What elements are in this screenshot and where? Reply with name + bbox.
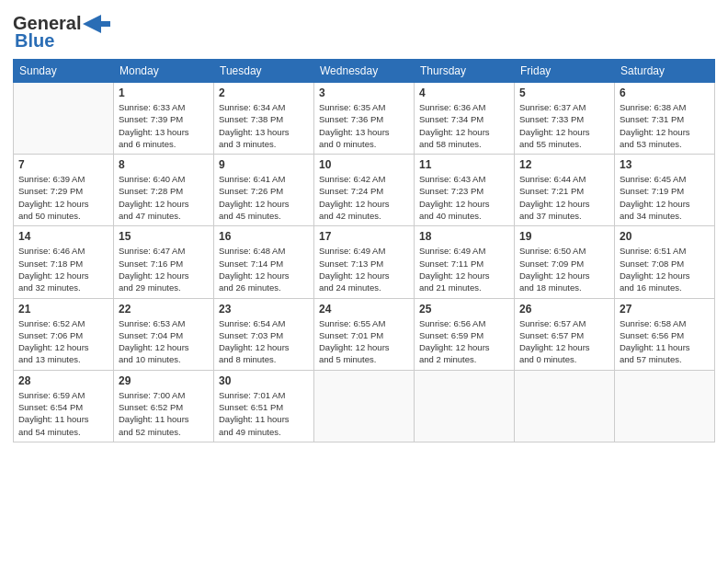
cell-day-number: 26	[519, 303, 609, 316]
calendar-cell: 24Sunrise: 6:55 AMSunset: 7:01 PMDayligh…	[314, 298, 415, 370]
calendar-cell: 13Sunrise: 6:45 AMSunset: 7:19 PMDayligh…	[615, 155, 715, 226]
cell-info: Sunrise: 6:45 AMSunset: 7:19 PMDaylight:…	[620, 173, 710, 222]
cell-day-number: 6	[620, 86, 710, 99]
calendar-cell: 21Sunrise: 6:52 AMSunset: 7:06 PMDayligh…	[14, 298, 114, 370]
calendar-table: SundayMondayTuesdayWednesdayThursdayFrid…	[13, 59, 715, 442]
week-row-3: 14Sunrise: 6:46 AMSunset: 7:18 PMDayligh…	[14, 226, 715, 298]
cell-day-number: 12	[519, 158, 609, 171]
cell-info: Sunrise: 6:54 AMSunset: 7:03 PMDaylight:…	[219, 317, 309, 366]
cell-info: Sunrise: 6:49 AMSunset: 7:11 PMDaylight:…	[419, 245, 509, 293]
page: General Blue SundayMondayTuesdayWednesda…	[0, 0, 728, 563]
cell-day-number: 8	[119, 158, 209, 171]
week-row-1: 1Sunrise: 6:33 AMSunset: 7:39 PMDaylight…	[14, 83, 715, 155]
cell-info: Sunrise: 6:34 AMSunset: 7:38 PMDaylight:…	[219, 101, 309, 150]
week-row-4: 21Sunrise: 6:52 AMSunset: 7:06 PMDayligh…	[14, 298, 715, 370]
calendar-cell	[314, 370, 415, 442]
calendar-cell: 2Sunrise: 6:34 AMSunset: 7:38 PMDaylight…	[214, 83, 314, 155]
day-header-wednesday: Wednesday	[314, 60, 415, 83]
cell-day-number: 5	[519, 86, 609, 99]
cell-info: Sunrise: 6:36 AMSunset: 7:34 PMDaylight:…	[419, 101, 509, 150]
day-header-monday: Monday	[114, 60, 214, 83]
week-row-2: 7Sunrise: 6:39 AMSunset: 7:29 PMDaylight…	[14, 155, 715, 226]
day-header-thursday: Thursday	[415, 60, 515, 83]
cell-info: Sunrise: 6:41 AMSunset: 7:26 PMDaylight:…	[219, 173, 309, 222]
calendar-cell: 16Sunrise: 6:48 AMSunset: 7:14 PMDayligh…	[214, 226, 314, 298]
calendar-cell: 23Sunrise: 6:54 AMSunset: 7:03 PMDayligh…	[214, 298, 314, 370]
cell-day-number: 19	[519, 230, 609, 243]
cell-info: Sunrise: 6:40 AMSunset: 7:28 PMDaylight:…	[119, 173, 209, 222]
calendar-cell: 22Sunrise: 6:53 AMSunset: 7:04 PMDayligh…	[114, 298, 214, 370]
day-header-sunday: Sunday	[14, 60, 114, 83]
cell-day-number: 28	[18, 374, 108, 387]
calendar-cell: 18Sunrise: 6:49 AMSunset: 7:11 PMDayligh…	[415, 226, 515, 298]
calendar-cell: 27Sunrise: 6:58 AMSunset: 6:56 PMDayligh…	[615, 298, 715, 370]
svg-marker-0	[83, 15, 110, 33]
cell-day-number: 20	[620, 230, 710, 243]
cell-day-number: 27	[620, 303, 710, 316]
cell-day-number: 2	[219, 86, 309, 99]
logo-blue: Blue	[13, 30, 54, 52]
calendar-cell: 29Sunrise: 7:00 AMSunset: 6:52 PMDayligh…	[114, 370, 214, 442]
cell-day-number: 1	[119, 86, 209, 99]
cell-info: Sunrise: 6:52 AMSunset: 7:06 PMDaylight:…	[18, 317, 108, 366]
week-row-5: 28Sunrise: 6:59 AMSunset: 6:54 PMDayligh…	[14, 370, 715, 442]
calendar-cell: 25Sunrise: 6:56 AMSunset: 6:59 PMDayligh…	[415, 298, 515, 370]
calendar-cell: 17Sunrise: 6:49 AMSunset: 7:13 PMDayligh…	[314, 226, 415, 298]
cell-info: Sunrise: 7:01 AMSunset: 6:51 PMDaylight:…	[219, 389, 309, 438]
calendar-cell: 7Sunrise: 6:39 AMSunset: 7:29 PMDaylight…	[14, 155, 114, 226]
calendar-cell	[615, 370, 715, 442]
cell-info: Sunrise: 6:47 AMSunset: 7:16 PMDaylight:…	[119, 245, 209, 293]
cell-day-number: 16	[219, 230, 309, 243]
cell-info: Sunrise: 6:44 AMSunset: 7:21 PMDaylight:…	[519, 173, 609, 222]
calendar-cell	[14, 83, 114, 155]
calendar-header-row: SundayMondayTuesdayWednesdayThursdayFrid…	[14, 60, 715, 83]
day-header-saturday: Saturday	[615, 60, 715, 83]
cell-day-number: 3	[319, 86, 409, 99]
calendar-cell: 10Sunrise: 6:42 AMSunset: 7:24 PMDayligh…	[314, 155, 415, 226]
cell-info: Sunrise: 6:42 AMSunset: 7:24 PMDaylight:…	[319, 173, 409, 222]
cell-info: Sunrise: 6:37 AMSunset: 7:33 PMDaylight:…	[519, 101, 609, 150]
calendar-cell: 14Sunrise: 6:46 AMSunset: 7:18 PMDayligh…	[14, 226, 114, 298]
cell-day-number: 22	[119, 303, 209, 316]
calendar-cell: 30Sunrise: 7:01 AMSunset: 6:51 PMDayligh…	[214, 370, 314, 442]
calendar-cell: 19Sunrise: 6:50 AMSunset: 7:09 PMDayligh…	[515, 226, 615, 298]
logo: General Blue	[13, 9, 110, 52]
calendar-cell: 12Sunrise: 6:44 AMSunset: 7:21 PMDayligh…	[515, 155, 615, 226]
calendar-cell: 20Sunrise: 6:51 AMSunset: 7:08 PMDayligh…	[615, 226, 715, 298]
cell-day-number: 7	[18, 158, 108, 171]
cell-day-number: 21	[18, 303, 108, 316]
calendar-cell: 28Sunrise: 6:59 AMSunset: 6:54 PMDayligh…	[14, 370, 114, 442]
cell-day-number: 9	[219, 158, 309, 171]
cell-day-number: 4	[419, 86, 509, 99]
cell-info: Sunrise: 6:57 AMSunset: 6:57 PMDaylight:…	[519, 317, 609, 366]
calendar-cell: 11Sunrise: 6:43 AMSunset: 7:23 PMDayligh…	[415, 155, 515, 226]
calendar-cell: 9Sunrise: 6:41 AMSunset: 7:26 PMDaylight…	[214, 155, 314, 226]
calendar-cell: 6Sunrise: 6:38 AMSunset: 7:31 PMDaylight…	[615, 83, 715, 155]
cell-info: Sunrise: 6:53 AMSunset: 7:04 PMDaylight:…	[119, 317, 209, 366]
cell-info: Sunrise: 6:49 AMSunset: 7:13 PMDaylight:…	[319, 245, 409, 293]
cell-day-number: 15	[119, 230, 209, 243]
cell-info: Sunrise: 6:46 AMSunset: 7:18 PMDaylight:…	[18, 245, 108, 293]
cell-day-number: 23	[219, 303, 309, 316]
calendar-cell: 26Sunrise: 6:57 AMSunset: 6:57 PMDayligh…	[515, 298, 615, 370]
calendar-cell	[515, 370, 615, 442]
calendar-cell: 4Sunrise: 6:36 AMSunset: 7:34 PMDaylight…	[415, 83, 515, 155]
calendar-cell	[415, 370, 515, 442]
cell-info: Sunrise: 7:00 AMSunset: 6:52 PMDaylight:…	[119, 389, 209, 438]
calendar-cell: 15Sunrise: 6:47 AMSunset: 7:16 PMDayligh…	[114, 226, 214, 298]
cell-day-number: 25	[419, 303, 509, 316]
day-header-tuesday: Tuesday	[214, 60, 314, 83]
cell-info: Sunrise: 6:43 AMSunset: 7:23 PMDaylight:…	[419, 173, 509, 222]
cell-day-number: 14	[18, 230, 108, 243]
cell-info: Sunrise: 6:35 AMSunset: 7:36 PMDaylight:…	[319, 101, 409, 150]
cell-day-number: 17	[319, 230, 409, 243]
cell-info: Sunrise: 6:39 AMSunset: 7:29 PMDaylight:…	[18, 173, 108, 222]
cell-info: Sunrise: 6:59 AMSunset: 6:54 PMDaylight:…	[18, 389, 108, 438]
cell-day-number: 10	[319, 158, 409, 171]
cell-info: Sunrise: 6:58 AMSunset: 6:56 PMDaylight:…	[620, 317, 710, 366]
cell-day-number: 11	[419, 158, 509, 171]
day-header-friday: Friday	[515, 60, 615, 83]
cell-day-number: 24	[319, 303, 409, 316]
calendar-cell: 5Sunrise: 6:37 AMSunset: 7:33 PMDaylight…	[515, 83, 615, 155]
cell-info: Sunrise: 6:51 AMSunset: 7:08 PMDaylight:…	[620, 245, 710, 293]
